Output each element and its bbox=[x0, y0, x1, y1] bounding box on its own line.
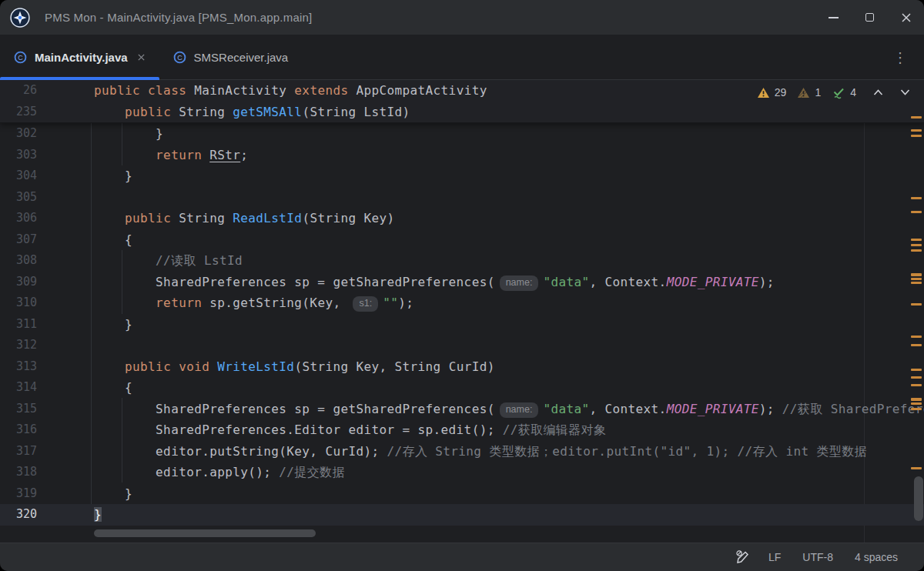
line-number[interactable]: 312 bbox=[0, 335, 37, 356]
warning-icon[interactable] bbox=[757, 87, 770, 99]
code-text: SharedPreferences sp = getSharedPreferen… bbox=[37, 272, 924, 293]
warning-stripe-mark[interactable] bbox=[911, 376, 922, 379]
more-options-icon[interactable]: ⋮ bbox=[889, 48, 912, 67]
warning-stripe-mark[interactable] bbox=[911, 369, 922, 371]
code-line[interactable]: 309 SharedPreferences sp = getSharedPref… bbox=[0, 272, 924, 293]
parameter-hint[interactable]: name: bbox=[500, 402, 539, 418]
line-number[interactable]: 317 bbox=[0, 441, 37, 462]
previous-problem-button[interactable] bbox=[867, 89, 889, 95]
code-line[interactable]: 314 { bbox=[0, 377, 924, 399]
warning-stripe-mark[interactable] bbox=[911, 344, 922, 346]
warning-stripe-mark[interactable] bbox=[911, 467, 922, 469]
next-problem-button[interactable] bbox=[894, 89, 916, 95]
warning-stripe-mark[interactable] bbox=[911, 402, 922, 405]
readonly-toggle-button[interactable] bbox=[727, 549, 758, 565]
app-icon[interactable] bbox=[10, 8, 30, 28]
line-number[interactable]: 314 bbox=[0, 377, 37, 399]
line-number[interactable]: 304 bbox=[0, 165, 37, 187]
tab-close-button[interactable] bbox=[137, 53, 146, 62]
indent-indicator[interactable]: 4 spaces bbox=[844, 551, 909, 563]
code-line[interactable]: 304 } bbox=[0, 165, 924, 187]
line-number[interactable]: 306 bbox=[0, 208, 37, 229]
line-number[interactable]: 316 bbox=[0, 419, 37, 441]
code-area[interactable]: 302 }303 return RStr;304 }305306 public … bbox=[0, 123, 924, 526]
line-number[interactable]: 235 bbox=[0, 102, 37, 123]
code-text: //读取 LstId bbox=[37, 250, 924, 272]
line-number[interactable]: 313 bbox=[0, 356, 37, 378]
warning-stripe-mark[interactable] bbox=[911, 129, 922, 132]
code-line[interactable]: 311 } bbox=[0, 314, 924, 336]
line-number[interactable]: 302 bbox=[0, 123, 37, 145]
weak-warning-icon[interactable] bbox=[797, 87, 810, 99]
parameter-hint[interactable]: name: bbox=[500, 275, 539, 291]
line-number[interactable]: 308 bbox=[0, 250, 37, 272]
pen-lock-icon bbox=[735, 549, 750, 565]
indent-guide bbox=[122, 250, 122, 314]
title-bar: PMS Mon - MainActivity.java [PMS_Mon.app… bbox=[0, 0, 924, 35]
warning-stripe-mark[interactable] bbox=[911, 384, 922, 386]
inspections-ok-icon[interactable] bbox=[832, 86, 845, 99]
code-line[interactable]: 306 public String ReadLstId(String Key) bbox=[0, 208, 924, 229]
maximize-icon bbox=[865, 13, 874, 22]
line-number[interactable]: 319 bbox=[0, 483, 37, 505]
line-number[interactable]: 318 bbox=[0, 462, 37, 483]
close-button[interactable] bbox=[888, 0, 924, 35]
code-text: } bbox=[37, 314, 924, 336]
svg-text:C: C bbox=[18, 53, 23, 61]
chevron-up-icon bbox=[873, 89, 883, 95]
warning-stripe-mark[interactable] bbox=[911, 408, 922, 410]
warning-stripe-mark[interactable] bbox=[911, 116, 922, 119]
passed-count[interactable]: 4 bbox=[850, 86, 856, 99]
code-line[interactable]: 313 public void WriteLstId(String Key, S… bbox=[0, 356, 924, 378]
line-number[interactable]: 309 bbox=[0, 272, 37, 293]
warning-stripe-mark[interactable] bbox=[911, 282, 922, 284]
line-number[interactable]: 310 bbox=[0, 292, 37, 314]
warning-stripe-mark[interactable] bbox=[911, 278, 922, 280]
line-number[interactable]: 305 bbox=[0, 187, 37, 209]
tab-smsreceiver[interactable]: C SMSReceiver.java bbox=[159, 35, 303, 79]
class-icon: C bbox=[173, 51, 186, 64]
code-line[interactable]: 316 SharedPreferences.Editor editor = sp… bbox=[0, 419, 924, 441]
warning-stripe-mark[interactable] bbox=[911, 239, 922, 241]
code-line[interactable]: 318 editor.apply(); //提交数据 bbox=[0, 462, 924, 483]
warning-stripe-mark[interactable] bbox=[911, 273, 922, 276]
sticky-header-lines[interactable]: 29 1 4 26public class Ma bbox=[0, 80, 924, 123]
encoding-indicator[interactable]: UTF-8 bbox=[792, 551, 844, 563]
minimize-button[interactable] bbox=[815, 0, 852, 35]
parameter-hint[interactable]: s1: bbox=[353, 296, 378, 312]
code-line[interactable]: 235 public String getSMSAll(String LstId… bbox=[0, 102, 924, 123]
line-ending-indicator[interactable]: LF bbox=[758, 551, 792, 563]
code-line[interactable]: 320} bbox=[0, 504, 924, 526]
code-editor[interactable]: 302 }303 return RStr;304 }305306 public … bbox=[0, 80, 924, 543]
line-number[interactable]: 26 bbox=[0, 80, 37, 102]
horizontal-scrollbar[interactable] bbox=[94, 529, 316, 537]
code-line[interactable]: 308 //读取 LstId bbox=[0, 250, 924, 272]
warning-stripe-mark[interactable] bbox=[911, 135, 922, 137]
warning-stripe-mark[interactable] bbox=[911, 398, 922, 401]
line-number[interactable]: 311 bbox=[0, 314, 37, 336]
line-number[interactable]: 307 bbox=[0, 229, 37, 251]
line-number[interactable]: 315 bbox=[0, 399, 37, 420]
code-line[interactable]: 315 SharedPreferences sp = getSharedPref… bbox=[0, 399, 924, 420]
weak-warning-count[interactable]: 1 bbox=[815, 86, 821, 99]
code-line[interactable]: 310 return sp.getString(Key, s1:""); bbox=[0, 292, 924, 314]
code-line[interactable]: 307 { bbox=[0, 229, 924, 251]
vertical-scrollbar[interactable] bbox=[914, 476, 923, 521]
tab-mainactivity[interactable]: C MainActivity.java bbox=[0, 35, 159, 79]
code-line[interactable]: 305 bbox=[0, 187, 924, 209]
code-line[interactable]: 303 return RStr; bbox=[0, 145, 924, 166]
code-line[interactable]: 319 } bbox=[0, 483, 924, 505]
warning-stripe-mark[interactable] bbox=[911, 303, 922, 306]
warning-stripe-mark[interactable] bbox=[911, 249, 922, 252]
code-line[interactable]: 302 } bbox=[0, 123, 924, 145]
warning-stripe-mark[interactable] bbox=[911, 197, 922, 199]
code-line[interactable]: 312 bbox=[0, 335, 924, 356]
line-number[interactable]: 320 bbox=[0, 504, 37, 526]
line-number[interactable]: 303 bbox=[0, 145, 37, 166]
code-line[interactable]: 317 editor.putString(Key, CurId); //存入 S… bbox=[0, 441, 924, 462]
warning-stripe-mark[interactable] bbox=[911, 211, 922, 213]
warning-count[interactable]: 29 bbox=[775, 86, 787, 99]
maximize-button[interactable] bbox=[852, 0, 888, 35]
warning-stripe-mark[interactable] bbox=[911, 336, 922, 338]
warning-stripe-mark[interactable] bbox=[911, 244, 922, 246]
